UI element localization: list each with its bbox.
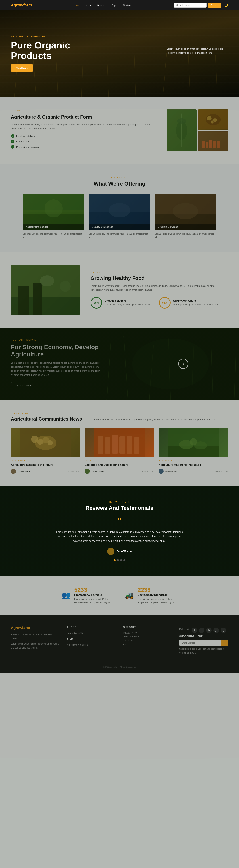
nav-search-area: Search 🌙 — [174, 3, 228, 8]
testimonials-title: Reviews And Testimonials — [11, 505, 228, 511]
navbar: Agrowfarm Home About Services Pages Cont… — [0, 0, 239, 10]
dark-mode-icon[interactable]: 🌙 — [224, 3, 228, 7]
dot-2[interactable] — [117, 559, 119, 561]
hero-content: WELCOME TO AGROWFARM Pure Organic Produc… — [11, 35, 101, 71]
nav-contact[interactable]: Contact — [123, 4, 131, 6]
dot-4[interactable] — [124, 559, 125, 561]
nav-logo: Agrowfarm — [11, 3, 32, 7]
testimonials-content: HAPPY CLIENTS Reviews And Testimonials "… — [11, 501, 228, 561]
hero-read-more-button[interactable]: Read More — [11, 64, 33, 71]
hero-right-content: Lorem ipsum dolor sit amet consectetur a… — [166, 47, 228, 60]
hero-welcome-text: WELCOME TO AGROWFARM — [11, 35, 101, 38]
search-button[interactable]: Search — [208, 3, 221, 8]
testimonials-avatar — [107, 548, 114, 555]
nav-links: Home About Services Pages Contact — [75, 4, 131, 6]
hero-description: Lorem ipsum dolor sit amet consectetur a… — [166, 47, 228, 55]
nav-about[interactable]: About — [86, 4, 92, 6]
search-input[interactable] — [174, 3, 207, 8]
testimonials-author: John Wilson — [11, 548, 228, 555]
testimonials-author-name: John Wilson — [116, 550, 132, 553]
testimonials-text: Lorem ipsum dolor sit amet elit. Velit b… — [56, 530, 183, 544]
svg-point-69 — [0, 108, 239, 674]
testimonials-bg — [0, 0, 239, 674]
testimonials-section: HAPPY CLIENTS Reviews And Testimonials "… — [0, 487, 239, 576]
testimonials-dots — [11, 559, 228, 561]
dot-3[interactable] — [120, 559, 122, 561]
nav-services[interactable]: Services — [97, 4, 106, 6]
hero-title: Pure Organic Products — [11, 40, 101, 61]
testimonials-tag: HAPPY CLIENTS — [11, 501, 228, 503]
dot-1[interactable] — [114, 559, 115, 561]
quote-icon: " — [11, 518, 228, 526]
nav-home[interactable]: Home — [75, 4, 81, 6]
nav-pages[interactable]: Pages — [111, 4, 118, 6]
